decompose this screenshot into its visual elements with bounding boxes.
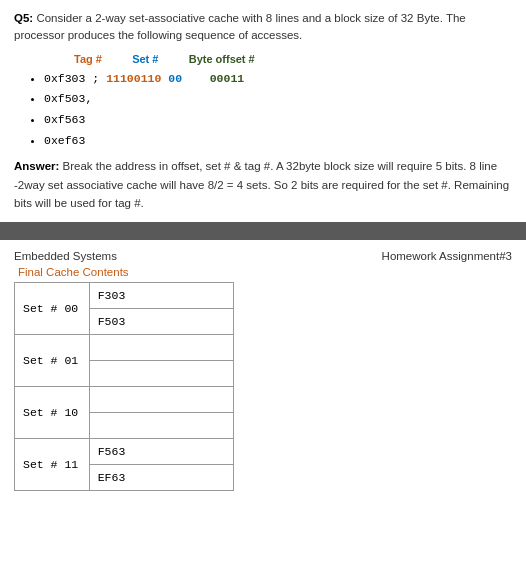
set-11-value-1: F563 bbox=[89, 439, 233, 465]
set-00-value-2: F503 bbox=[89, 309, 233, 335]
cache-contents-title: Final Cache Contents bbox=[18, 266, 512, 278]
set-00-value-1: F303 bbox=[89, 283, 233, 309]
list-item-1: 0xf303 ; 11100110 00 00011 bbox=[44, 69, 512, 90]
cache-table: Set # 00 F303 F503 Set # 01 Set # 10 Set… bbox=[14, 282, 234, 491]
set-01-label: Set # 01 bbox=[15, 335, 90, 387]
access-list: 0xf303 ; 11100110 00 00011 0xf503, 0xf56… bbox=[14, 69, 512, 152]
set-10-value-1 bbox=[89, 387, 233, 413]
byte-offset-label: Byte offset # bbox=[189, 53, 255, 65]
top-section: Q5: Consider a 2-way set-associative cac… bbox=[0, 0, 526, 222]
set-01-value-2 bbox=[89, 361, 233, 387]
tag-header: Tag # Set # Byte offset # bbox=[74, 53, 512, 65]
table-row: Set # 01 bbox=[15, 335, 234, 361]
bottom-section: Embedded Systems Homework Assignment#3 F… bbox=[0, 240, 526, 501]
set-11-value-2: EF63 bbox=[89, 465, 233, 491]
answer-body: Break the address in offset, set # & tag… bbox=[14, 160, 509, 209]
question-body: Consider a 2-way set-associative cache w… bbox=[14, 12, 466, 41]
assignment-title: Homework Assignment#3 bbox=[382, 250, 512, 262]
set-00-label: Set # 00 bbox=[15, 283, 90, 335]
section-divider bbox=[0, 222, 526, 240]
list-item-2: 0xf503, bbox=[44, 89, 512, 110]
tag-label: Tag # bbox=[74, 53, 102, 65]
bottom-header: Embedded Systems Homework Assignment#3 bbox=[14, 250, 512, 262]
table-row: Set # 10 bbox=[15, 387, 234, 413]
table-row: Set # 00 F303 bbox=[15, 283, 234, 309]
table-row: Set # 11 F563 bbox=[15, 439, 234, 465]
question-text: Q5: Consider a 2-way set-associative cac… bbox=[14, 10, 512, 45]
set-label: Set # bbox=[132, 53, 158, 65]
course-title: Embedded Systems bbox=[14, 250, 117, 262]
question-label: Q5: bbox=[14, 12, 33, 24]
set-11-label: Set # 11 bbox=[15, 439, 90, 491]
answer-text: Answer: Break the address in offset, set… bbox=[14, 157, 512, 212]
set-10-label: Set # 10 bbox=[15, 387, 90, 439]
set-01-value-1 bbox=[89, 335, 233, 361]
answer-label: Answer: bbox=[14, 160, 59, 172]
set-10-value-2 bbox=[89, 413, 233, 439]
list-item-4: 0xef63 bbox=[44, 131, 512, 152]
list-item-3: 0xf563 bbox=[44, 110, 512, 131]
